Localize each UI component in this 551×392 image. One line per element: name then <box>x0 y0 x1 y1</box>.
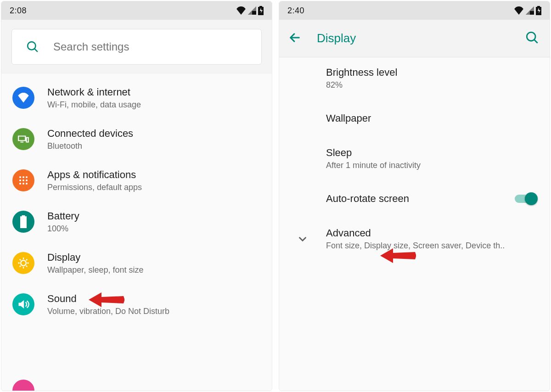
option-title: Advanced <box>326 227 538 239</box>
page-title: Display <box>317 31 356 45</box>
wifi-icon <box>12 87 34 109</box>
search-icon <box>526 31 539 44</box>
option-subtitle: Font size, Display size, Screen saver, D… <box>326 241 538 251</box>
svg-point-3 <box>19 179 21 181</box>
option-title: Auto-rotate screen <box>326 193 515 205</box>
app-bar: Display <box>279 20 550 57</box>
search-input[interactable] <box>53 40 247 53</box>
status-icons <box>236 6 264 15</box>
option-title: Sleep <box>326 147 538 159</box>
svg-point-6 <box>19 183 21 185</box>
settings-item-display[interactable]: Display Wallpaper, sleep, font size <box>1 242 272 284</box>
option-auto-rotate[interactable]: Auto-rotate screen <box>279 179 550 218</box>
toggle-thumb <box>525 192 538 205</box>
settings-item-title: Apps & notifications <box>47 169 142 181</box>
search-container <box>1 20 272 73</box>
settings-item-subtitle: 100% <box>47 224 79 234</box>
option-brightness[interactable]: Brightness level 82% <box>279 57 550 99</box>
option-sleep[interactable]: Sleep After 1 minute of inactivity <box>279 138 550 179</box>
battery-icon <box>258 6 264 15</box>
svg-point-1 <box>22 176 24 178</box>
search-button[interactable] <box>526 31 539 46</box>
option-subtitle: After 1 minute of inactivity <box>326 161 538 170</box>
sound-icon <box>12 293 34 315</box>
settings-item-apps[interactable]: Apps & notifications Permissions, defaul… <box>1 160 272 201</box>
battery-icon <box>536 6 541 15</box>
settings-item-title: Battery <box>47 210 79 222</box>
svg-point-5 <box>26 179 28 181</box>
search-icon <box>27 41 39 53</box>
settings-item-peek <box>12 380 34 391</box>
devices-icon <box>12 128 34 150</box>
cell-signal-icon <box>526 6 534 15</box>
settings-item-sound[interactable]: Sound Volume, vibration, Do Not Disturb <box>1 284 272 325</box>
option-subtitle: 82% <box>326 80 538 90</box>
option-title: Brightness level <box>326 67 538 78</box>
settings-item-title: Sound <box>47 293 169 305</box>
display-options: Brightness level 82% Wallpaper Sleep Aft… <box>279 57 550 260</box>
chevron-down-icon <box>297 233 309 245</box>
search-settings[interactable] <box>11 29 262 65</box>
settings-item-subtitle: Bluetooth <box>47 141 133 151</box>
settings-item-subtitle: Wallpaper, sleep, font size <box>47 265 143 275</box>
arrow-back-icon <box>288 31 301 44</box>
settings-item-title: Connected devices <box>47 128 133 140</box>
battery-icon <box>12 211 34 233</box>
back-button[interactable] <box>288 31 301 46</box>
settings-item-subtitle: Permissions, default apps <box>47 183 142 192</box>
option-advanced[interactable]: Advanced Font size, Display size, Screen… <box>279 218 550 260</box>
settings-item-battery[interactable]: Battery 100% <box>1 201 272 242</box>
svg-point-9 <box>21 260 26 266</box>
status-bar: 2:08 <box>1 1 272 20</box>
settings-item-subtitle: Volume, vibration, Do Not Disturb <box>47 307 169 316</box>
wifi-icon <box>236 6 246 15</box>
status-time: 2:08 <box>10 6 27 16</box>
settings-item-connected[interactable]: Connected devices Bluetooth <box>1 118 272 160</box>
screen-settings: 2:08 Network & internet Wi-Fi, mobile, <box>1 1 272 391</box>
settings-item-network[interactable]: Network & internet Wi-Fi, mobile, data u… <box>1 77 272 118</box>
screen-display: 2:40 Display Brightness level 82% <box>279 1 550 391</box>
svg-point-4 <box>22 179 24 181</box>
apps-icon <box>12 169 34 191</box>
svg-point-8 <box>26 183 28 185</box>
status-icons <box>514 6 541 15</box>
svg-point-0 <box>19 176 21 178</box>
option-wallpaper[interactable]: Wallpaper <box>279 99 550 138</box>
settings-list: Network & internet Wi-Fi, mobile, data u… <box>1 73 272 329</box>
brightness-icon <box>12 252 34 274</box>
svg-point-7 <box>22 183 24 185</box>
wifi-icon <box>514 6 524 15</box>
cell-signal-icon <box>248 6 256 15</box>
status-time: 2:40 <box>287 6 304 16</box>
status-bar: 2:40 <box>279 1 550 20</box>
settings-item-subtitle: Wi-Fi, mobile, data usage <box>47 100 141 110</box>
settings-item-title: Display <box>47 252 143 263</box>
svg-point-2 <box>26 176 28 178</box>
option-title: Wallpaper <box>326 112 538 124</box>
settings-item-title: Network & internet <box>47 86 141 98</box>
auto-rotate-toggle[interactable] <box>515 192 538 206</box>
